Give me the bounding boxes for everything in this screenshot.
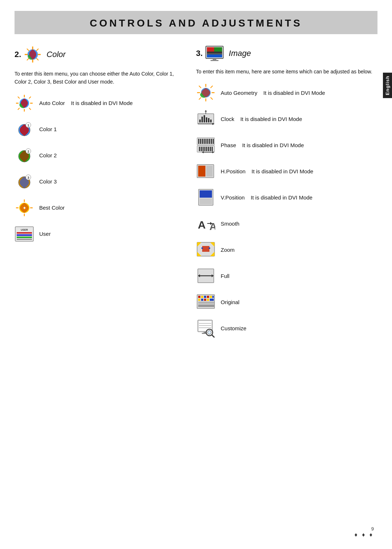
footer-dots: ♦ ♦ ♦: [355, 532, 374, 538]
svg-line-139: [212, 335, 214, 337]
customize-row: Customize: [196, 318, 377, 338]
svg-rect-45: [207, 47, 214, 52]
smooth-icon: A A: [196, 214, 216, 233]
clock-label: Clock It is disabled in DVI Mode: [221, 115, 302, 123]
full-icon: [196, 266, 216, 286]
color-section-header: 2. Col: [15, 45, 181, 64]
svg-rect-64: [204, 115, 205, 122]
svg-rect-40: [17, 234, 32, 236]
phase-icon: [196, 135, 216, 155]
svg-rect-78: [205, 139, 207, 144]
svg-rect-88: [208, 147, 209, 151]
best-color-icon: ✦: [15, 198, 34, 218]
svg-rect-42: [17, 239, 32, 240]
svg-rect-84: [201, 147, 202, 151]
full-label: Full: [221, 272, 229, 280]
svg-rect-122: [212, 296, 214, 298]
phase-row: Phase It is disabled in DVI Mode: [196, 135, 377, 155]
svg-rect-89: [210, 147, 211, 151]
svg-text:USER: USER: [21, 229, 28, 231]
color-section-title: Color: [46, 50, 66, 59]
color2-label: Color 2: [39, 152, 57, 159]
image-section-icon: [205, 45, 224, 62]
v-position-label: V.Position It is disabled in DVI Mode: [221, 194, 313, 201]
color3-icon: 3: [15, 172, 34, 191]
auto-color-row: Auto Color It is disabled in DVI Mode: [15, 93, 181, 113]
svg-line-55: [199, 86, 201, 88]
clock-icon: [196, 109, 216, 129]
clock-row: Clock It is disabled in DVI Mode: [196, 109, 377, 129]
smooth-label: Smooth: [221, 220, 240, 227]
zoom-row: Zoom: [196, 240, 377, 259]
image-section: 3. Image To enter this item menu, here a: [189, 45, 377, 344]
svg-rect-121: [210, 296, 212, 298]
svg-line-16: [29, 97, 31, 98]
svg-line-17: [18, 108, 20, 110]
svg-rect-67: [210, 120, 212, 122]
svg-line-6: [36, 49, 38, 51]
svg-text:3: 3: [27, 176, 29, 179]
svg-line-57: [211, 86, 213, 88]
svg-rect-65: [206, 117, 207, 122]
svg-rect-98: [200, 190, 212, 198]
auto-color-label: Auto Color It is disabled in DVI Mode: [39, 99, 133, 107]
auto-geometry-icon: [196, 83, 216, 102]
svg-rect-95: [198, 166, 205, 177]
svg-rect-129: [198, 304, 214, 307]
best-color-label: Best Color: [39, 204, 65, 211]
page-number: 9: [355, 526, 374, 532]
h-position-label: H.Position It is disabled in DVI Mode: [221, 167, 313, 175]
svg-rect-79: [207, 139, 208, 144]
svg-rect-82: [213, 139, 214, 144]
svg-rect-124: [201, 299, 203, 301]
svg-rect-127: [210, 299, 214, 301]
svg-rect-119: [204, 296, 206, 298]
v-position-row: V.Position It is disabled in DVI Mode: [196, 187, 377, 207]
svg-rect-87: [206, 147, 207, 151]
svg-text:✦: ✦: [23, 205, 26, 211]
svg-rect-63: [201, 117, 203, 122]
svg-line-56: [211, 97, 213, 100]
svg-rect-118: [201, 296, 203, 298]
svg-line-4: [27, 49, 29, 51]
svg-rect-117: [198, 296, 200, 298]
image-section-number: 3.: [196, 49, 203, 58]
user-label: User: [39, 230, 51, 238]
color-section-number: 2.: [15, 50, 21, 59]
svg-rect-99: [200, 198, 212, 204]
h-position-icon: [196, 161, 216, 181]
svg-rect-85: [203, 147, 204, 151]
svg-rect-96: [206, 166, 213, 177]
svg-rect-48: [207, 53, 222, 55]
phase-label: Phase It is disabled in DVI Mode: [221, 141, 304, 149]
svg-marker-71: [205, 110, 207, 112]
svg-rect-110: [201, 247, 203, 249]
color3-row: 3 Color 3: [15, 172, 181, 191]
svg-rect-81: [211, 139, 212, 144]
smooth-row: A A Smooth: [196, 214, 377, 233]
image-section-desc: To enter this item menu, here are some i…: [196, 68, 377, 76]
zoom-label: Zoom: [221, 246, 234, 254]
original-label: Original: [221, 298, 240, 306]
svg-line-58: [199, 97, 201, 100]
svg-rect-86: [204, 147, 205, 151]
page-title: CONTROLS AND ADJUSTMENTS: [15, 17, 377, 29]
svg-text:1: 1: [27, 124, 29, 127]
svg-rect-75: [200, 139, 201, 144]
svg-rect-76: [202, 139, 203, 144]
image-section-header: 3. Image: [196, 45, 377, 62]
auto-color-icon: [15, 93, 34, 113]
original-icon: [196, 292, 216, 312]
main-content: 2. Col: [15, 45, 377, 344]
svg-rect-46: [214, 47, 222, 52]
svg-line-5: [36, 58, 38, 60]
v-position-icon: [196, 187, 216, 207]
color3-label: Color 3: [39, 178, 57, 185]
user-row: USER User: [15, 224, 181, 244]
customize-icon: [196, 318, 216, 338]
color2-icon: 2: [15, 146, 34, 165]
svg-rect-80: [209, 139, 210, 144]
svg-rect-128: [198, 302, 214, 304]
svg-point-138: [208, 331, 211, 334]
image-section-title: Image: [229, 49, 251, 58]
